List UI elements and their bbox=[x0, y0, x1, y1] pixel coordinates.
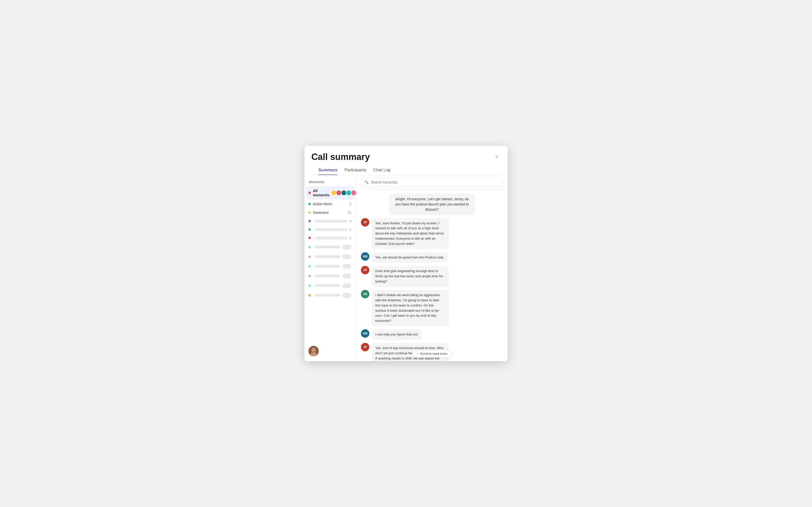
modal-header: Call summary × Summary Participants Chat… bbox=[304, 146, 508, 175]
all-moments-color-dots bbox=[331, 190, 356, 196]
tab-participants[interactable]: Participants bbox=[344, 166, 366, 175]
skeleton-row-5 bbox=[306, 281, 355, 290]
item5-count: 1 bbox=[350, 236, 351, 240]
skeleton-row-2 bbox=[306, 252, 355, 262]
tab-summary[interactable]: Summary bbox=[318, 166, 338, 175]
message-row-5: AB I didn't realize we were being so agg… bbox=[361, 290, 503, 327]
message-row-3: HM Yes, we should be good from the Produ… bbox=[361, 252, 503, 263]
sidebar-item-all-moments[interactable]: All moments 35 bbox=[306, 186, 355, 200]
avatar-jp-2: JP bbox=[361, 266, 369, 274]
skeleton-row-3 bbox=[306, 262, 355, 271]
skeleton-dot-1 bbox=[308, 246, 311, 248]
skeleton-row-4 bbox=[306, 271, 355, 281]
sentiment-label: Sentiment bbox=[313, 211, 347, 215]
skeleton-toggle-1 bbox=[342, 244, 351, 249]
item3-count: 4 bbox=[350, 219, 351, 223]
message-text-5: I didn't realize we were being so aggres… bbox=[372, 290, 449, 327]
avatar-ab-1: AB bbox=[361, 290, 369, 298]
action-items-label: Action Items bbox=[313, 202, 349, 206]
scroll-btn-wrap: ↓ Scroll to read more bbox=[412, 349, 452, 358]
all-moments-label: All moments bbox=[313, 189, 329, 197]
search-icon: 🔍 bbox=[364, 180, 369, 184]
messages-area: Alright. Hi everyone. Let's get started.… bbox=[356, 190, 508, 361]
skeleton-dot-4 bbox=[308, 275, 311, 277]
item4-dot bbox=[308, 228, 311, 231]
modal-body: Moments All moments 35 bbox=[304, 175, 508, 361]
message-text-4: Does that give engineering enough time t… bbox=[372, 266, 449, 287]
skeleton-bar-3 bbox=[315, 265, 340, 268]
skeleton-bar-4 bbox=[315, 275, 340, 277]
avatar-hm-1: HM bbox=[361, 252, 369, 261]
item5-dot bbox=[308, 237, 311, 239]
skeleton-toggle-4 bbox=[342, 274, 351, 279]
sidebar-item-5[interactable]: 1 bbox=[306, 234, 355, 242]
user-avatar-image bbox=[308, 346, 319, 356]
color-dot-pink bbox=[351, 190, 356, 196]
skeleton-toggle-5 bbox=[342, 283, 351, 288]
modal-title: Call summary bbox=[311, 152, 370, 162]
message-row-2: JP Yes, sure thanks. I'll just share my … bbox=[361, 218, 503, 249]
sentiment-count: 21 bbox=[348, 211, 351, 214]
user-avatar[interactable] bbox=[308, 345, 319, 357]
scroll-down-icon: ↓ bbox=[417, 352, 419, 355]
action-items-dot bbox=[308, 203, 311, 205]
skeleton-row-6 bbox=[306, 291, 355, 300]
message-bubble-1: Alright. Hi everyone. Let's get started.… bbox=[389, 193, 475, 215]
skeleton-dot-6 bbox=[308, 294, 311, 296]
right-panel: 🔍 Alright. Hi everyone. Let's get starte… bbox=[356, 175, 508, 361]
close-button[interactable]: × bbox=[493, 153, 501, 161]
skeleton-toggle-3 bbox=[342, 264, 351, 269]
item4-skeleton bbox=[315, 228, 348, 231]
close-icon: × bbox=[495, 154, 498, 160]
svg-point-12 bbox=[311, 352, 316, 357]
avatar-jp-1: JP bbox=[361, 218, 369, 227]
sidebar-item-4[interactable]: 2 bbox=[306, 226, 355, 234]
action-items-count: 2 bbox=[350, 202, 351, 206]
message-text-3: Yes, we should be good from the Product … bbox=[372, 252, 448, 263]
skeleton-bar-5 bbox=[315, 284, 340, 287]
scroll-to-read-more-button[interactable]: ↓ Scroll to read more bbox=[412, 349, 452, 358]
skeleton-toggle-2 bbox=[342, 254, 351, 259]
tab-chatlog[interactable]: Chat Log bbox=[373, 166, 390, 175]
svg-point-11 bbox=[312, 348, 316, 352]
item3-dot bbox=[308, 220, 311, 222]
skeleton-dot-3 bbox=[308, 265, 311, 268]
avatar-hm-2: HM bbox=[361, 329, 369, 338]
scroll-btn-label: Scroll to read more bbox=[420, 352, 447, 355]
skeleton-bar-6 bbox=[315, 294, 340, 296]
item4-count: 2 bbox=[350, 228, 351, 231]
skeleton-toggle-6 bbox=[342, 293, 351, 298]
message-row-1: Alright. Hi everyone. Let's get started.… bbox=[361, 193, 503, 215]
search-input[interactable] bbox=[371, 180, 500, 184]
search-input-wrap: 🔍 bbox=[361, 178, 503, 186]
sidebar-item-sentiment[interactable]: Sentiment 21 bbox=[306, 209, 355, 217]
skeleton-bar-1 bbox=[315, 245, 340, 248]
message-text-2: Yes, sure thanks. I'll just share my scr… bbox=[372, 218, 449, 249]
sidebar: Moments All moments 35 bbox=[304, 175, 356, 361]
skeleton-row-1 bbox=[306, 242, 355, 252]
search-bar-row: 🔍 bbox=[356, 175, 508, 190]
skeleton-dot-2 bbox=[308, 256, 311, 258]
item3-skeleton bbox=[315, 220, 348, 223]
all-moments-dot bbox=[308, 191, 311, 194]
modal: Call summary × Summary Participants Chat… bbox=[304, 146, 508, 361]
moments-section-label: Moments bbox=[304, 178, 356, 186]
skeleton-bar-2 bbox=[315, 255, 340, 258]
message-row-4: JP Does that give engineering enough tim… bbox=[361, 266, 503, 287]
item5-skeleton bbox=[315, 237, 348, 239]
message-row-6: HM I can help you figure that out. bbox=[361, 329, 503, 340]
message-text-6: I can help you figure that out. bbox=[372, 329, 422, 340]
sentiment-dot bbox=[308, 211, 311, 214]
avatar-jp-3: JP bbox=[361, 343, 369, 351]
skeleton-dot-5 bbox=[308, 284, 311, 287]
sidebar-item-action-items[interactable]: Action Items 2 bbox=[306, 200, 355, 208]
tab-bar: Summary Participants Chat Log bbox=[311, 162, 501, 175]
sidebar-item-3[interactable]: 4 bbox=[306, 217, 355, 225]
